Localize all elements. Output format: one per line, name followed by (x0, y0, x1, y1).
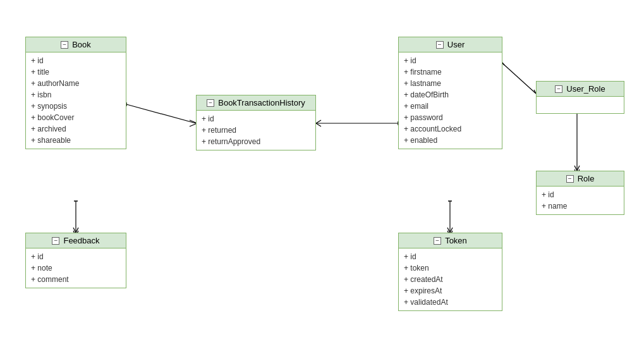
feedback-collapse-icon[interactable]: − (52, 237, 59, 245)
entity-booktransactionhistory: − BookTransactionHistory + id + returned… (196, 95, 316, 150)
svg-line-20 (76, 228, 78, 233)
role-field-id: + id (542, 189, 619, 200)
entity-bth-body: + id + returned + returnApproved (197, 111, 315, 150)
token-field-token: + token (404, 262, 497, 274)
book-field-isbn: + isbn (31, 89, 121, 101)
entity-userrole-body (537, 97, 624, 113)
svg-line-26 (450, 228, 453, 233)
book-field-title: + title (31, 66, 121, 78)
user-field-email: + email (404, 101, 497, 112)
svg-line-14 (577, 166, 580, 171)
book-field-authorname: + authorName (31, 78, 121, 89)
user-field-enabled: + enabled (404, 135, 497, 146)
entity-book-body: + id + title + authorName + isbn + synop… (26, 52, 126, 149)
token-collapse-icon[interactable]: − (434, 237, 441, 245)
token-field-validatedat: + validatedAt (404, 297, 497, 308)
feedback-field-id: + id (31, 251, 121, 262)
entity-token-body: + id + token + createdAt + expiresAt + v… (399, 248, 502, 310)
entity-token: − Token + id + token + createdAt + expir… (398, 233, 502, 311)
token-field-expiresat: + expiresAt (404, 285, 497, 297)
user-collapse-icon[interactable]: − (436, 41, 444, 49)
svg-line-19 (73, 228, 76, 233)
role-field-name: + name (542, 200, 619, 212)
book-field-id: + id (31, 55, 121, 66)
user-field-id: + id (404, 55, 497, 66)
user-field-accountlocked: + accountLocked (404, 123, 497, 135)
svg-line-6 (316, 120, 321, 123)
feedback-field-note: + note (31, 262, 121, 274)
userrole-empty (542, 99, 619, 111)
entity-user: − User + id + firstname + lastname + dat… (398, 37, 502, 149)
entity-token-title: Token (445, 236, 467, 245)
entity-user-header: − User (399, 37, 502, 52)
entity-feedback-body: + id + note + comment (26, 248, 126, 288)
feedback-field-comment: + comment (31, 274, 121, 285)
user-field-dateofbirth: + dateOfBirth (404, 89, 497, 101)
userrole-collapse-icon[interactable]: − (555, 85, 562, 93)
book-collapse-icon[interactable]: − (61, 41, 68, 49)
entity-feedback: − Feedback + id + note + comment (25, 233, 126, 288)
token-field-id: + id (404, 251, 497, 262)
bth-field-returned: + returned (202, 125, 310, 136)
book-field-synopsis: + synopsis (31, 101, 121, 112)
svg-line-7 (316, 123, 321, 126)
entity-feedback-title: Feedback (63, 236, 99, 245)
entity-userrole-header: − User_Role (537, 82, 624, 97)
svg-line-25 (447, 228, 450, 233)
entity-token-header: − Token (399, 233, 502, 248)
user-field-firstname: + firstname (404, 66, 497, 78)
entity-bth-header: − BookTransactionHistory (197, 95, 315, 111)
entity-feedback-header: − Feedback (26, 233, 126, 248)
book-field-bookcover: + bookCover (31, 112, 121, 123)
svg-line-0 (126, 104, 196, 123)
entity-role: − Role + id + name (536, 171, 624, 215)
entity-user-role: − User_Role (536, 81, 624, 114)
svg-line-13 (574, 166, 577, 171)
user-field-password: + password (404, 112, 497, 123)
entity-book: − Book + id + title + authorName + isbn … (25, 37, 126, 149)
bth-collapse-icon[interactable]: − (207, 99, 214, 107)
entity-userrole-title: User_Role (566, 84, 605, 94)
entity-user-title: User (447, 40, 465, 49)
entity-book-title: Book (72, 40, 91, 49)
diagram-canvas: − Book + id + title + authorName + isbn … (0, 0, 644, 349)
entity-user-body: + id + firstname + lastname + dateOfBirt… (399, 52, 502, 149)
entity-book-header: − Book (26, 37, 126, 52)
token-field-createdat: + createdAt (404, 274, 497, 285)
entity-role-header: − Role (537, 171, 624, 187)
book-field-archived: + archived (31, 123, 121, 135)
entity-bth-title: BookTransactionHistory (218, 98, 305, 107)
svg-line-8 (502, 63, 536, 94)
role-collapse-icon[interactable]: − (566, 175, 574, 183)
entity-role-title: Role (578, 174, 595, 183)
book-field-shareable: + shareable (31, 135, 121, 146)
bth-field-returnapproved: + returnApproved (202, 136, 310, 147)
bth-field-id: + id (202, 113, 310, 125)
entity-role-body: + id + name (537, 187, 624, 214)
user-field-lastname: + lastname (404, 78, 497, 89)
